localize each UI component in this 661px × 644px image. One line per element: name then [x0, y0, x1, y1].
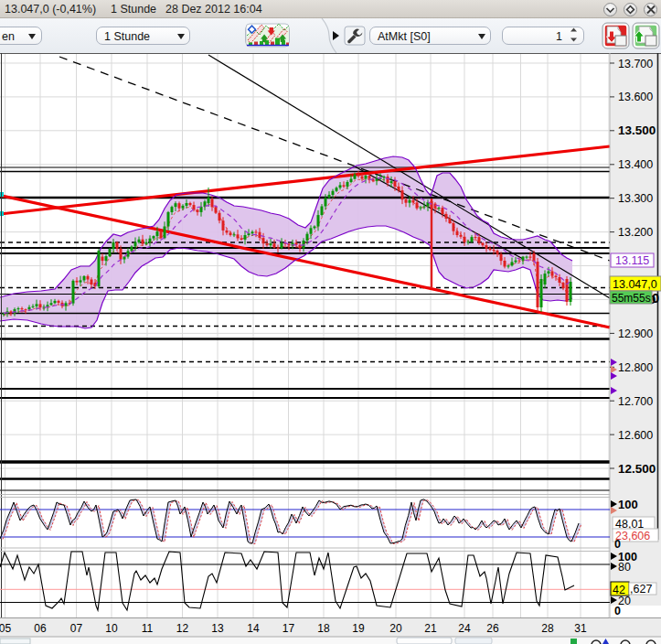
svg-text:0: 0: [652, 291, 659, 306]
svg-text:80: 80: [618, 561, 631, 574]
svg-text:21: 21: [424, 622, 437, 635]
svg-text:07: 07: [70, 622, 83, 635]
svg-text:13.400: 13.400: [618, 158, 653, 171]
svg-text:12.700: 12.700: [618, 395, 653, 408]
svg-text:20: 20: [389, 622, 402, 635]
svg-text:31: 31: [574, 622, 587, 635]
svg-text:48,01: 48,01: [615, 518, 644, 531]
svg-text:14: 14: [247, 622, 260, 635]
svg-text:28: 28: [541, 622, 554, 635]
svg-text:,627: ,627: [630, 583, 652, 596]
svg-text:0: 0: [614, 605, 621, 617]
svg-text:11: 11: [142, 622, 154, 635]
svg-text:12.800: 12.800: [618, 361, 653, 374]
svg-text:13.300: 13.300: [618, 192, 653, 205]
svg-text:13.500: 13.500: [618, 123, 656, 137]
svg-text:24: 24: [458, 622, 471, 635]
svg-text:12.900: 12.900: [618, 327, 653, 340]
svg-text:26: 26: [486, 622, 499, 635]
svg-text:13: 13: [211, 622, 224, 635]
svg-text:17: 17: [283, 622, 295, 635]
svg-text:100: 100: [618, 498, 638, 511]
svg-text:12: 12: [176, 622, 189, 635]
svg-text:10: 10: [105, 622, 118, 635]
svg-text:55m55s: 55m55s: [612, 292, 651, 305]
svg-text:13.600: 13.600: [618, 91, 653, 103]
svg-text:0: 0: [614, 538, 621, 551]
svg-text:19: 19: [352, 622, 365, 635]
svg-text:13.200: 13.200: [618, 226, 653, 239]
svg-text:05: 05: [0, 622, 11, 635]
svg-text:13.115: 13.115: [615, 254, 649, 267]
svg-text:06: 06: [34, 622, 47, 635]
svg-text:12.500: 12.500: [618, 462, 656, 476]
svg-text:13.047,0: 13.047,0: [613, 278, 657, 291]
svg-text:12.600: 12.600: [618, 429, 653, 442]
svg-text:13.700: 13.700: [618, 58, 653, 70]
svg-text:18: 18: [317, 622, 330, 635]
